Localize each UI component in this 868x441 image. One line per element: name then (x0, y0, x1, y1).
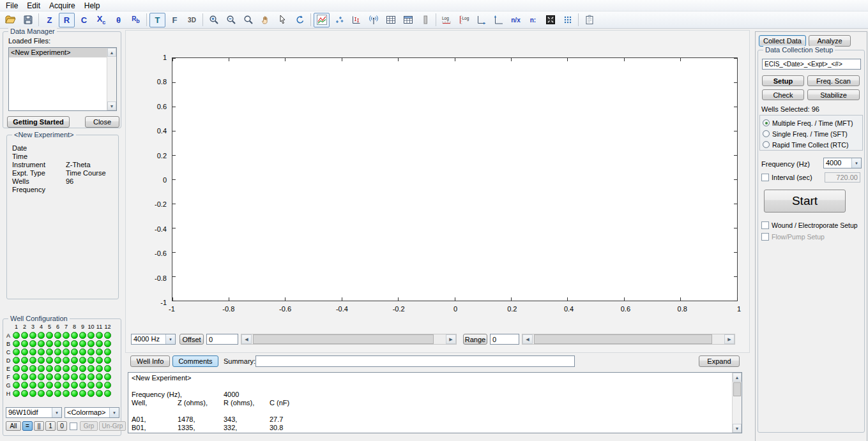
range-input[interactable] (490, 334, 519, 345)
well-C04[interactable] (38, 348, 45, 355)
well-C02[interactable] (21, 348, 28, 355)
dropdown-arrow-icon[interactable]: ▼ (165, 334, 175, 344)
well-H06[interactable] (54, 390, 61, 397)
mode-radio-option[interactable]: Rapid Time Collect (RTC) (763, 139, 862, 150)
well-E06[interactable] (54, 365, 61, 372)
range-button[interactable]: Range (463, 334, 487, 345)
well-F01[interactable] (13, 373, 20, 380)
freq-scan-button[interactable]: Freq. Scan (807, 75, 860, 86)
log-y-axis-icon[interactable]: Log (456, 13, 472, 27)
well-B11[interactable] (96, 340, 103, 347)
well-D06[interactable] (54, 357, 61, 364)
loaded-files-scrollbar[interactable]: ▲ ▼ (107, 48, 116, 110)
well-H12[interactable] (104, 390, 111, 397)
loaded-file-item[interactable]: <New Experiment> (9, 48, 107, 57)
capacitance-c-button[interactable]: C (76, 13, 92, 27)
colormap-select[interactable]: <Colormap> ▼ (65, 407, 119, 418)
well-C01[interactable] (13, 348, 20, 355)
well-E01[interactable] (13, 365, 20, 372)
menu-help[interactable]: Help (80, 1, 105, 11)
well-H11[interactable] (96, 390, 103, 397)
well-F11[interactable] (96, 373, 103, 380)
well-A09[interactable] (79, 332, 86, 339)
well-D08[interactable] (71, 357, 78, 364)
zoom-out-icon[interactable] (223, 13, 239, 27)
offset-scrollbar[interactable]: ◀ ▶ (241, 334, 457, 345)
well-G07[interactable] (63, 382, 70, 389)
rotate-icon[interactable] (292, 13, 308, 27)
well-G04[interactable] (38, 382, 45, 389)
well-A07[interactable] (63, 332, 70, 339)
well-select-button-0[interactable]: 0 (57, 421, 67, 431)
full-scale-icon[interactable] (542, 13, 558, 27)
wound-electroporate-checkbox[interactable] (761, 221, 769, 229)
group-button[interactable]: Grp (80, 421, 98, 431)
well-E10[interactable] (88, 365, 95, 372)
well-E03[interactable] (29, 365, 36, 372)
zoom-in-icon[interactable] (206, 13, 222, 27)
well-B07[interactable] (63, 340, 70, 347)
well-H03[interactable] (29, 390, 36, 397)
well-C05[interactable] (46, 348, 53, 355)
well-C09[interactable] (79, 348, 86, 355)
well-H04[interactable] (38, 390, 45, 397)
mode-radio-option[interactable]: Single Freq. / Time (SFT) (763, 128, 862, 139)
normalize-divide-button[interactable]: n/x (508, 13, 524, 27)
log-x-axis-icon[interactable]: Log (439, 13, 455, 27)
well-A05[interactable] (46, 332, 53, 339)
well-B04[interactable] (38, 340, 45, 347)
well-F05[interactable] (46, 373, 53, 380)
well-F04[interactable] (38, 373, 45, 380)
normalize-time-button[interactable]: n: (525, 13, 541, 27)
well-info-button[interactable]: Well Info (130, 355, 170, 367)
display-frequency-select[interactable]: 4000 Hz ▼ (131, 334, 176, 345)
well-B08[interactable] (71, 340, 78, 347)
well-E12[interactable] (104, 365, 111, 372)
well-G03[interactable] (29, 382, 36, 389)
well-F12[interactable] (104, 373, 111, 380)
well-C03[interactable] (29, 348, 36, 355)
well-H01[interactable] (13, 390, 20, 397)
well-select-button-x[interactable]: = (22, 421, 33, 431)
well-C12[interactable] (104, 348, 111, 355)
well-A01[interactable] (13, 332, 20, 339)
well-H10[interactable] (88, 390, 95, 397)
3d-mode-button[interactable]: 3D (184, 13, 200, 27)
dropdown-arrow-icon[interactable]: ▼ (109, 408, 119, 417)
y-axis-icon[interactable] (491, 13, 506, 27)
open-file-icon[interactable] (3, 13, 19, 27)
scroll-track[interactable] (107, 57, 116, 101)
well-C06[interactable] (54, 348, 61, 355)
well-E11[interactable] (96, 365, 103, 372)
well-B01[interactable] (13, 340, 20, 347)
x-axis-icon[interactable] (473, 13, 489, 27)
impedance-z-button[interactable]: Z (42, 13, 57, 27)
well-D09[interactable] (79, 357, 86, 364)
time-mode-button[interactable]: T (149, 13, 165, 27)
well-E05[interactable] (46, 365, 53, 372)
scroll-thumb[interactable] (733, 382, 741, 396)
mode-radio-option[interactable]: Multiple Freq. / Time (MFT) (763, 117, 862, 128)
clipboard-icon[interactable] (581, 13, 597, 27)
scroll-track[interactable] (533, 334, 724, 344)
dropdown-arrow-icon[interactable]: ▼ (52, 408, 61, 417)
well-A02[interactable] (21, 332, 28, 339)
well-select-button-xx[interactable]: || (34, 421, 44, 431)
well-C10[interactable] (88, 348, 95, 355)
well-H05[interactable] (46, 390, 53, 397)
well-config-checkbox[interactable] (70, 422, 77, 430)
well-A03[interactable] (29, 332, 36, 339)
well-D07[interactable] (63, 357, 70, 364)
well-G05[interactable] (46, 382, 53, 389)
frequency-mode-button[interactable]: F (167, 13, 183, 27)
check-button[interactable]: Check (762, 89, 804, 100)
well-C07[interactable] (63, 348, 70, 355)
well-A10[interactable] (88, 332, 95, 339)
well-A11[interactable] (96, 332, 103, 339)
well-F09[interactable] (79, 373, 86, 380)
well-D05[interactable] (46, 357, 53, 364)
reactance-xc-button[interactable]: Xc (93, 13, 109, 27)
well-A08[interactable] (71, 332, 78, 339)
well-D04[interactable] (38, 357, 45, 364)
well-E08[interactable] (71, 365, 78, 372)
